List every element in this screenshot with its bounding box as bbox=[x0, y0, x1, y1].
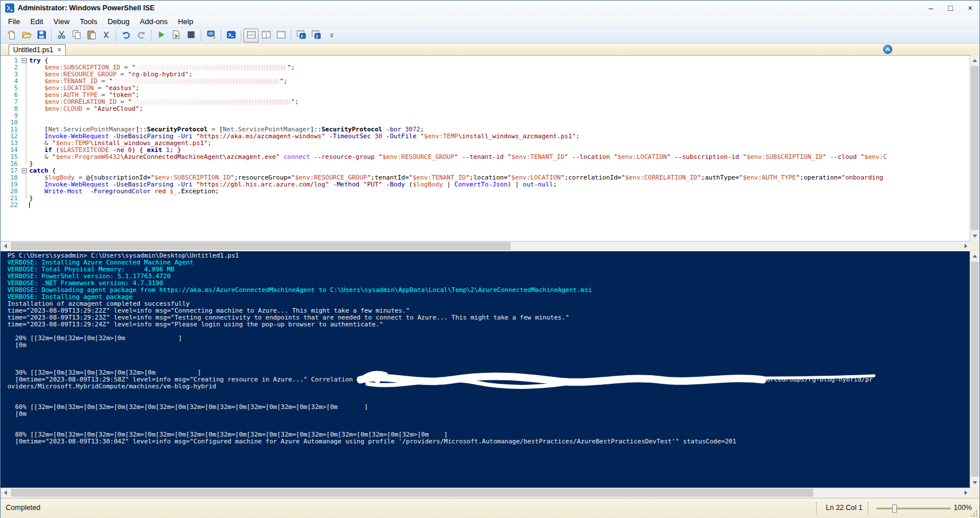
new-remote-powershell-tab-button[interactable] bbox=[203, 29, 218, 42]
show-script-pane-maximized-button[interactable] bbox=[273, 29, 288, 42]
editor-line: 1try { bbox=[1, 57, 971, 64]
fold-collapse-icon[interactable] bbox=[22, 168, 27, 173]
console-line bbox=[7, 424, 971, 431]
console-line: 80% [[32m=[0m[32m=[0m[32m=[0m[32m=[0m[32… bbox=[7, 431, 971, 438]
scrollbar-thumb[interactable] bbox=[11, 489, 813, 497]
fold-column bbox=[20, 92, 29, 99]
scroll-left-arrow-icon[interactable] bbox=[1, 242, 10, 251]
menu-addons[interactable]: Add-ons bbox=[135, 16, 173, 27]
show-script-pane-top-button[interactable] bbox=[244, 29, 258, 42]
show-snippets-button[interactable] bbox=[99, 29, 113, 42]
editor-line: 7 $env:CORRELATION_ID = " "; bbox=[1, 99, 971, 106]
fold-column bbox=[20, 154, 29, 161]
fold-column bbox=[20, 147, 29, 154]
redo-button[interactable] bbox=[134, 29, 148, 42]
code-text: catch { bbox=[29, 168, 971, 174]
editor-line: 16} bbox=[1, 161, 971, 168]
code-text: Write-Host -ForegroundColor red $_.Excep… bbox=[29, 188, 971, 195]
fold-column bbox=[20, 112, 29, 119]
toolbar bbox=[1, 28, 979, 44]
show-script-pane-right-button[interactable] bbox=[258, 29, 273, 42]
console-line: [0m bbox=[7, 342, 971, 349]
fold-column bbox=[20, 78, 29, 85]
chevron-up-icon bbox=[885, 48, 890, 52]
zoom-slider[interactable] bbox=[876, 508, 951, 509]
scrollbar-thumb[interactable] bbox=[971, 66, 979, 230]
copy-button[interactable] bbox=[69, 29, 84, 42]
fold-column bbox=[20, 85, 29, 92]
toolbar-separator bbox=[51, 30, 52, 41]
save-script-button[interactable] bbox=[34, 29, 49, 42]
console-vertical-scrollbar[interactable] bbox=[970, 251, 979, 488]
window-title: Administrator: Windows PowerShell ISE bbox=[18, 4, 155, 12]
run-selection-button[interactable] bbox=[168, 29, 183, 42]
scrollbar-thumb[interactable] bbox=[11, 242, 511, 250]
console-line: [0mtime="2023-08-09T13:30:04Z" level=inf… bbox=[7, 438, 971, 445]
scroll-up-arrow-icon[interactable] bbox=[970, 251, 979, 261]
editor-horizontal-scrollbar[interactable] bbox=[1, 241, 971, 251]
start-powershell-exe-button[interactable] bbox=[224, 29, 238, 42]
scroll-down-arrow-icon[interactable] bbox=[970, 478, 979, 488]
fold-column bbox=[20, 174, 29, 181]
scroll-up-arrow-icon[interactable] bbox=[970, 56, 979, 65]
console-line: [0mtime="2023-08-09T13:29:58Z" level=inf… bbox=[7, 376, 971, 383]
new-script-button[interactable] bbox=[4, 29, 19, 42]
code-text: & "$env:TEMP\install_windows_azcmagent.p… bbox=[29, 140, 971, 147]
maximize-button[interactable]: □ bbox=[948, 1, 952, 15]
scroll-down-arrow-icon[interactable] bbox=[970, 231, 979, 241]
editor-vertical-scrollbar[interactable] bbox=[970, 56, 979, 241]
console-line bbox=[7, 328, 971, 335]
fold-collapse-icon[interactable] bbox=[22, 58, 27, 63]
menu-tools[interactable]: Tools bbox=[75, 16, 102, 27]
open-script-button[interactable] bbox=[19, 29, 34, 42]
stop-operation-button[interactable] bbox=[183, 29, 198, 42]
code-text: $env:RESOURCE_GROUP = "rg-blog-hybrid"; bbox=[29, 71, 971, 78]
zoom-slider-handle[interactable] bbox=[892, 504, 897, 513]
resize-grip[interactable] bbox=[971, 510, 978, 517]
title-bar: Administrator: Windows PowerShell ISE –□… bbox=[1, 1, 979, 15]
close-button[interactable]: × bbox=[968, 1, 973, 15]
menu-debug[interactable]: Debug bbox=[103, 16, 135, 27]
fold-column[interactable] bbox=[20, 168, 29, 174]
scroll-right-arrow-icon[interactable] bbox=[961, 242, 971, 251]
script-editor-pane[interactable]: 1try {2 $env:SUBSCRIPTION_ID = " ";3 $en… bbox=[1, 55, 971, 241]
menu-file[interactable]: File bbox=[3, 16, 25, 27]
console-line: time="2023-08-09T13:29:24Z" level=info m… bbox=[7, 321, 971, 328]
redacted-value bbox=[132, 99, 291, 105]
code-text: $env:CLOUD = "AzureCloud"; bbox=[29, 106, 971, 112]
new-powershell-tab-window-button[interactable] bbox=[293, 29, 308, 42]
open-powershell-window-icon bbox=[311, 30, 321, 42]
console-line bbox=[7, 349, 971, 356]
console-line: VERBOSE: Downloading agent package from … bbox=[7, 287, 971, 294]
console-line bbox=[7, 397, 971, 404]
paste-button[interactable] bbox=[84, 29, 99, 42]
code-text: $env:LOCATION = "eastus"; bbox=[29, 85, 971, 92]
tab-untitled1[interactable]: Untitled1.ps1 × bbox=[9, 44, 66, 55]
scroll-right-arrow-icon[interactable] bbox=[961, 488, 971, 497]
tab-close-icon[interactable]: × bbox=[57, 47, 61, 53]
undo-button[interactable] bbox=[119, 29, 134, 42]
zoom-percentage: 100% bbox=[954, 504, 972, 512]
open-powershell-window-button[interactable] bbox=[308, 29, 323, 42]
powershell-ise-app-icon bbox=[5, 3, 14, 13]
minimize-button[interactable]: – bbox=[929, 1, 934, 15]
editor-line: 17catch { bbox=[1, 168, 971, 174]
console-line: 20% [[32m=[0m[32m=[0m[32m>[0m ] bbox=[7, 335, 971, 342]
toolbar-overflow-button[interactable] bbox=[324, 29, 339, 42]
console-line bbox=[7, 363, 971, 369]
run-script-button[interactable] bbox=[154, 29, 168, 42]
menu-view[interactable]: View bbox=[48, 16, 75, 27]
collapse-script-pane-button[interactable] bbox=[883, 45, 892, 54]
menu-help[interactable]: Help bbox=[173, 16, 198, 27]
fold-column bbox=[20, 99, 29, 106]
open-script-icon bbox=[22, 30, 32, 42]
scroll-left-arrow-icon[interactable] bbox=[1, 488, 10, 497]
menu-edit[interactable]: Edit bbox=[25, 16, 48, 27]
fold-column[interactable] bbox=[20, 57, 29, 64]
console-line: Installation of azcmagent completed succ… bbox=[7, 301, 971, 307]
console-pane[interactable]: PS C:\Users\sysadmin> C:\Users\sysadmin\… bbox=[1, 251, 971, 488]
cut-button[interactable] bbox=[54, 29, 69, 42]
scrollbar-thumb[interactable] bbox=[971, 262, 979, 477]
console-horizontal-scrollbar[interactable] bbox=[1, 488, 971, 497]
cut-icon bbox=[57, 30, 66, 42]
